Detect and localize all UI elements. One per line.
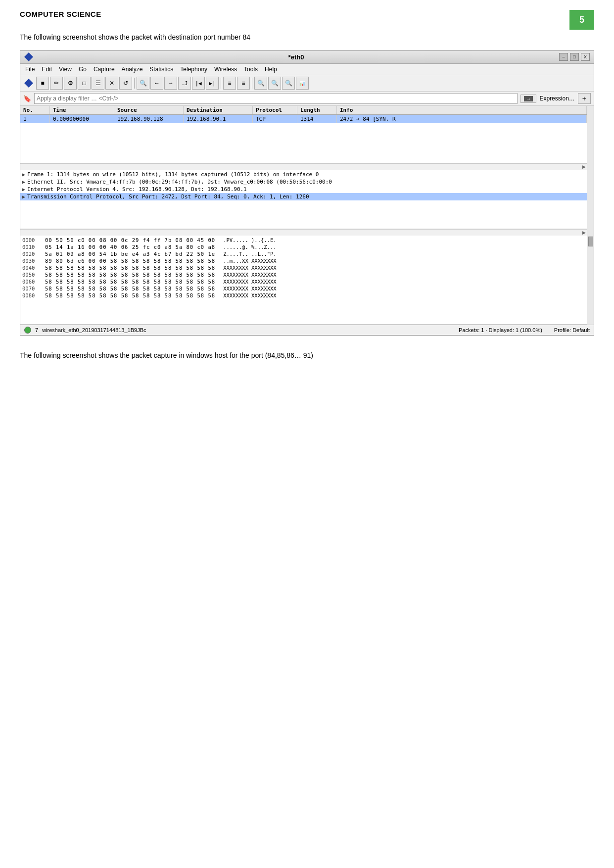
- hex-ascii: XXXXXXXX XXXXXXXX: [223, 265, 276, 271]
- menu-analyze[interactable]: Analyze: [119, 65, 146, 74]
- toolbar-open-btn[interactable]: □: [78, 77, 91, 90]
- hex-row-0080: 0080 58 58 58 58 58 58 58 58 58 58 58 58…: [22, 292, 585, 299]
- filter-input[interactable]: [34, 93, 518, 104]
- hex-ascii: ......@. %...Z...: [223, 244, 276, 250]
- minimize-button[interactable]: –: [559, 53, 568, 61]
- expand-icon-frame: ▶: [22, 172, 25, 177]
- toolbar-shark-btn[interactable]: [22, 77, 35, 90]
- hex-ascii: Z....T.. ..L.."P.: [223, 251, 276, 257]
- detail-ethernet-text: Ethernet II, Src: Vmware_f4:ff:7b (00:0c…: [27, 179, 332, 185]
- hex-offset: 0040: [22, 265, 41, 271]
- packet-list-header: No. Time Source Destination Protocol Len…: [20, 106, 587, 115]
- toolbar-close-btn[interactable]: ✕: [105, 77, 118, 90]
- cell-time: 0.000000000: [50, 115, 114, 123]
- menu-telephony[interactable]: Telephony: [177, 65, 210, 74]
- hex-row-0030: 0030 89 80 6d e6 00 00 58 58 58 58 58 58…: [22, 257, 585, 264]
- toolbar-resize-btn[interactable]: 📊: [296, 77, 309, 90]
- menu-bar: File Edit View Go Capture Analyze Statis…: [20, 64, 594, 75]
- toolbar-stop-btn[interactable]: ■: [36, 77, 49, 90]
- hex-offset: 0080: [22, 292, 41, 298]
- status-circle: [24, 327, 31, 334]
- menu-edit[interactable]: Edit: [39, 65, 55, 74]
- filter-bar: 🔖 → Expression… +: [20, 92, 594, 106]
- hex-ascii: XXXXXXXX XXXXXXXX: [223, 286, 276, 291]
- hex-scrollbar-thumb[interactable]: [588, 237, 593, 246]
- restore-button[interactable]: □: [570, 53, 579, 61]
- menu-go[interactable]: Go: [76, 65, 90, 74]
- hex-row-0040: 0040 58 58 58 58 58 58 58 58 58 58 58 58…: [22, 264, 585, 271]
- toolbar-forward-btn[interactable]: →: [164, 77, 177, 90]
- detail-item-ip[interactable]: ▶ Internet Protocol Version 4, Src: 192.…: [20, 186, 587, 193]
- detail-item-ethernet[interactable]: ▶ Ethernet II, Src: Vmware_f4:ff:7b (00:…: [20, 178, 587, 186]
- toolbar-save-btn[interactable]: ☰: [92, 77, 104, 90]
- hex-row-0070: 0070 58 58 58 58 58 58 58 58 58 58 58 58…: [22, 285, 585, 292]
- toolbar-sep-3: [252, 78, 252, 89]
- menu-file[interactable]: File: [22, 65, 38, 74]
- hex-bytes: 58 58 58 58 58 58 58 58 58 58 58 58 58 5…: [45, 292, 215, 298]
- toolbar-reload-btn[interactable]: ↺: [119, 77, 132, 90]
- filter-bookmark-icon[interactable]: 🔖: [23, 95, 31, 102]
- detail-empty: [20, 200, 587, 225]
- detail-item-frame[interactable]: ▶ Frame 1: 1314 bytes on wire (10512 bit…: [20, 171, 587, 178]
- cell-length: 1314: [297, 115, 337, 123]
- detail-h-scroll[interactable]: ▶: [20, 229, 587, 236]
- expand-icon-ip: ▶: [22, 187, 25, 192]
- packet-list: No. Time Source Destination Protocol Len…: [20, 106, 587, 163]
- menu-view[interactable]: View: [56, 65, 75, 74]
- filter-dropdown-btn[interactable]: →: [520, 95, 536, 103]
- toolbar: ■ ✏ ⚙ □ ☰ ✕ ↺ 🔍 ← → .J |◀ ▶| ≡ ≡ 🔍 🔍 🔍 📊: [20, 75, 594, 92]
- toolbar-sep-2: [221, 78, 221, 89]
- h-scroll-bar[interactable]: ▶: [20, 163, 587, 170]
- menu-tools[interactable]: Tools: [241, 65, 261, 74]
- hex-row-0060: 0060 58 58 58 58 58 58 58 58 58 58 58 58…: [22, 278, 585, 285]
- toolbar-zoom-normal-btn[interactable]: 🔍: [282, 77, 295, 90]
- menu-wireless[interactable]: Wireless: [211, 65, 240, 74]
- toolbar-back-btn[interactable]: ←: [150, 77, 163, 90]
- hex-bytes: 05 14 1a 16 00 00 40 06 25 fc c0 a8 5a 8…: [45, 244, 215, 250]
- outro-text: The following screenshot shows the packe…: [20, 350, 594, 361]
- toolbar-options-btn[interactable]: ⚙: [64, 77, 77, 90]
- add-filter-btn[interactable]: +: [578, 93, 591, 104]
- detail-ip-text: Internet Protocol Version 4, Src: 192.16…: [27, 186, 247, 193]
- toolbar-first-btn[interactable]: |◀: [192, 77, 205, 90]
- menu-help[interactable]: Help: [262, 65, 280, 74]
- toolbar-search-btn[interactable]: 🔍: [137, 77, 149, 90]
- toolbar-colorize-btn[interactable]: ≡: [223, 77, 236, 90]
- packet-detail-panel: ▶ Frame 1: 1314 bytes on wire (10512 bit…: [20, 170, 594, 236]
- packet-list-panel: No. Time Source Destination Protocol Len…: [20, 106, 594, 170]
- toolbar-autoscroll-btn[interactable]: ≡: [237, 77, 250, 90]
- hex-dump-panel: 0000 00 50 56 c0 00 08 00 0c 29 f4 ff 7b…: [20, 236, 594, 325]
- col-protocol: Protocol: [253, 106, 297, 114]
- hex-bytes: 58 58 58 58 58 58 58 58 58 58 58 58 58 5…: [45, 265, 215, 271]
- hex-scrollbar[interactable]: [587, 236, 594, 325]
- detail-item-tcp[interactable]: ▶ Transmission Control Protocol, Src Por…: [20, 193, 587, 200]
- toolbar-goto-btn[interactable]: .J: [178, 77, 191, 90]
- hex-ascii: .PV..... )..{..E.: [223, 237, 276, 243]
- hex-bytes: 00 50 56 c0 00 08 00 0c 29 f4 ff 7b 08 0…: [45, 237, 215, 243]
- col-destination: Destination: [184, 106, 253, 114]
- wireshark-icon: [24, 52, 33, 61]
- toolbar-zoom-out-btn[interactable]: 🔍: [268, 77, 281, 90]
- hex-bytes: 89 80 6d e6 00 00 58 58 58 58 58 58 58 5…: [45, 258, 215, 264]
- page-number: 5: [569, 10, 594, 30]
- hex-offset: 0070: [22, 286, 41, 291]
- hex-ascii: ..m...XX XXXXXXXX: [223, 258, 276, 264]
- toolbar-zoom-in-btn[interactable]: 🔍: [254, 77, 267, 90]
- toolbar-restart-btn[interactable]: ✏: [50, 77, 63, 90]
- close-button[interactable]: X: [581, 53, 590, 61]
- toolbar-sep-1: [134, 78, 135, 89]
- hex-offset: 0030: [22, 258, 41, 264]
- packet-list-scrollbar[interactable]: [587, 106, 594, 170]
- hex-bytes: 5a 01 09 a8 00 54 1b be e4 a3 4c b7 bd 2…: [45, 251, 215, 257]
- menu-capture[interactable]: Capture: [91, 65, 118, 74]
- cell-source: 192.168.90.128: [114, 115, 184, 123]
- status-bar: 7 wireshark_eth0_20190317144813_1B9JBc P…: [20, 325, 594, 335]
- detail-frame-text: Frame 1: 1314 bytes on wire (10512 bits)…: [27, 171, 319, 178]
- hex-bytes: 58 58 58 58 58 58 58 58 58 58 58 58 58 5…: [45, 286, 215, 291]
- menu-statistics[interactable]: Statistics: [146, 65, 176, 74]
- detail-tcp-text: Transmission Control Protocol, Src Port:…: [27, 193, 309, 200]
- packet-detail-scrollbar[interactable]: [587, 170, 594, 236]
- toolbar-last-btn[interactable]: ▶|: [206, 77, 219, 90]
- expression-btn[interactable]: Expression…: [539, 95, 574, 102]
- table-row[interactable]: 1 0.000000000 192.168.90.128 192.168.90.…: [20, 115, 587, 123]
